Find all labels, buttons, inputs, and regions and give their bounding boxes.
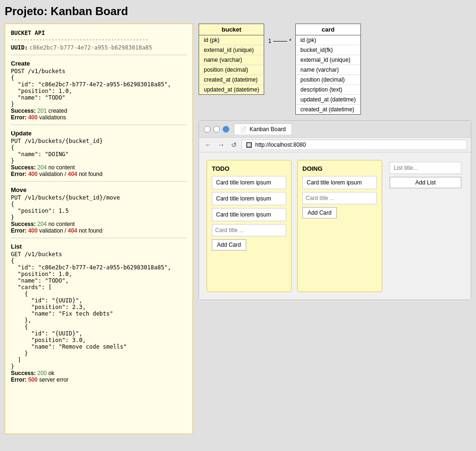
card-row-6: updated_at (datetime)	[296, 95, 360, 105]
kanban-column-todo: TODO Card title lorem ipsum Card title l…	[207, 160, 292, 292]
move-code: PUT /v1/buckets/{bucket_id}/move { "posi…	[11, 194, 187, 221]
tab-page-icon: 📄	[240, 126, 247, 133]
bucket-row-4: created_at (datetime)	[199, 75, 264, 85]
card-row-0: id (pk)	[296, 35, 360, 45]
move-error: Error: 400 validation / 404 not found	[11, 227, 187, 234]
bucket-row-5: updated_at (datetime)	[199, 85, 264, 94]
browser-titlebar: 📄 Kanban Board	[199, 121, 471, 138]
api-header: BUCKET API	[11, 30, 187, 36]
url-icon: 🔲	[246, 142, 252, 148]
todo-add-card-button[interactable]: Add Card	[212, 239, 246, 251]
forward-button[interactable]: →	[216, 140, 226, 150]
card-row-1: bucket_id(fk)	[296, 45, 360, 55]
create-error: Error: 400 validations	[11, 114, 187, 121]
reload-button[interactable]: ↺	[229, 140, 239, 150]
update-title: Update	[11, 130, 187, 137]
url-text: http://localhost:8080	[255, 142, 306, 148]
create-title: Create	[11, 60, 187, 67]
card-table: card id (pk) bucket_id(fk) external_id (…	[295, 24, 361, 115]
move-title: Move	[11, 186, 187, 193]
browser-content: TODO Card title lorem ipsum Card title l…	[199, 152, 471, 300]
card-row-3: name (varchar)	[296, 65, 360, 75]
doing-card-0: Card title lorem ipsum	[302, 176, 377, 189]
doing-card-input[interactable]	[302, 192, 377, 204]
uuid-label: UUID:	[11, 44, 28, 51]
create-code: POST /v1/buckets { "id": "c86e2bc7-b777-…	[11, 68, 187, 108]
bucket-table-header: bucket	[199, 24, 264, 35]
list-error: Error: 500 server error	[11, 376, 187, 383]
list-code: GET /v1/buckets { "id": "c86e2bc7-b777-4…	[11, 251, 187, 370]
list-title: List	[11, 243, 187, 250]
doing-add-card-button[interactable]: Add Card	[302, 207, 337, 218]
add-list-button[interactable]: Add List	[390, 177, 461, 188]
create-status: Success: 201 created	[11, 108, 187, 114]
add-list-panel: Add List	[388, 160, 463, 190]
uuid-value: c86e2bc7-b777-4e72-a955-b62983018a85	[29, 44, 152, 51]
back-button[interactable]: ←	[203, 140, 213, 150]
todo-column-title: TODO	[212, 165, 286, 172]
relation-line-symbol	[273, 41, 287, 42]
browser-dot-1	[204, 126, 210, 133]
update-code: PUT /v1/buckets/{bucket_id} { "name": "D…	[11, 138, 187, 164]
browser-toolbar: ← → ↺ 🔲 http://localhost:8080	[199, 138, 471, 152]
db-diagram: bucket id (pk) external_id (unique) name…	[199, 24, 471, 115]
update-error: Error: 400 validation / 404 not found	[11, 171, 187, 177]
tab-label-text: Kanban Board	[250, 126, 286, 133]
card-row-5: description (text)	[296, 85, 360, 95]
card-table-header: card	[296, 24, 360, 35]
right-panel: bucket id (pk) external_id (unique) name…	[199, 24, 471, 300]
todo-card-1: Card title lorem ipsum	[212, 192, 286, 205]
list-title-input[interactable]	[390, 162, 461, 174]
url-bar[interactable]: 🔲 http://localhost:8080	[242, 140, 467, 150]
bucket-row-3: position (decimal)	[199, 65, 264, 75]
doing-column-title: DOING	[302, 165, 377, 172]
todo-card-2: Card title lorem ipsum	[212, 208, 286, 221]
relation-many: *	[289, 38, 292, 44]
left-panel: BUCKET API -----------------------------…	[5, 24, 193, 434]
card-row-7: created_at (datetime)	[296, 105, 360, 114]
todo-card-0: Card title lorem ipsum	[212, 176, 286, 189]
relation-one: 1	[268, 38, 271, 44]
api-divider: ----------------------------------------…	[11, 36, 187, 42]
todo-card-input[interactable]	[212, 224, 286, 236]
bucket-row-1: external_id (unique)	[199, 45, 264, 55]
relation-line: 1 *	[264, 38, 295, 44]
kanban-column-doing: DOING Card title lorem ipsum Add Card	[297, 160, 382, 292]
browser-window: 📄 Kanban Board ← → ↺ 🔲 http://localhost:…	[199, 120, 471, 300]
bucket-row-2: name (varchar)	[199, 55, 264, 65]
card-row-2: external_id (unique)	[296, 55, 360, 65]
card-row-4: position (decimal)	[296, 75, 360, 85]
update-status: Success: 204 no content	[11, 164, 187, 171]
list-status: Success: 200 ok	[11, 370, 187, 376]
bucket-table: bucket id (pk) external_id (unique) name…	[199, 24, 264, 95]
browser-dot-3	[223, 126, 229, 133]
browser-dot-2	[213, 126, 220, 133]
page-title: Projeto: Kanban Board	[5, 5, 471, 18]
bucket-row-0: id (pk)	[199, 35, 264, 45]
kanban-board: TODO Card title lorem ipsum Card title l…	[207, 160, 463, 292]
browser-tab[interactable]: 📄 Kanban Board	[234, 124, 292, 134]
move-status: Success: 204 no content	[11, 221, 187, 227]
